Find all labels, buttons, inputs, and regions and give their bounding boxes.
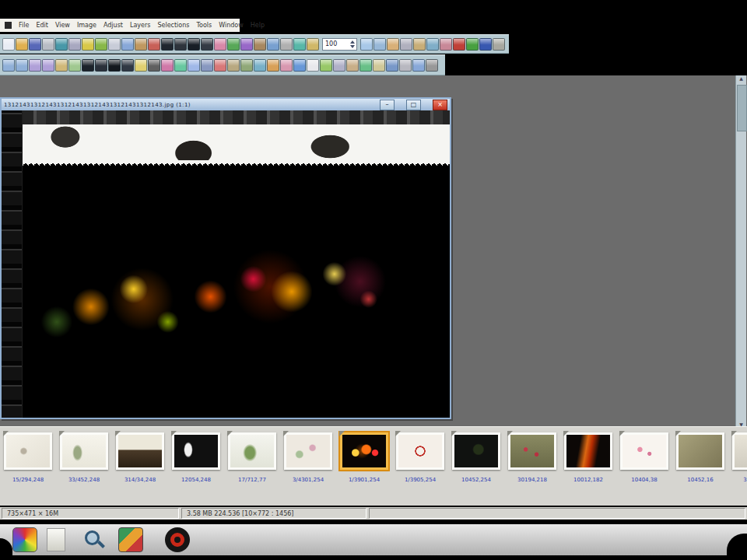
scroll-up-icon[interactable]: ▲ xyxy=(739,75,743,81)
document-icon[interactable] xyxy=(47,528,65,551)
photo-viewer-icon[interactable] xyxy=(118,527,143,552)
line-icon[interactable] xyxy=(333,59,345,72)
crop-icon[interactable] xyxy=(55,59,68,72)
paste-icon[interactable] xyxy=(135,38,147,51)
palette-icon[interactable] xyxy=(214,38,226,51)
mail-icon[interactable] xyxy=(373,59,385,72)
flip-icon[interactable] xyxy=(42,59,54,72)
pan-icon[interactable] xyxy=(387,38,399,51)
thumb-dark-icon[interactable] xyxy=(161,38,174,51)
snap-icon[interactable] xyxy=(426,38,439,51)
layers-icon[interactable] xyxy=(267,38,279,51)
color-manager-icon[interactable] xyxy=(12,527,37,552)
menu-item[interactable]: Selections xyxy=(157,22,189,29)
thumb2-dark-icon[interactable] xyxy=(95,59,107,72)
rotate-right-icon[interactable] xyxy=(16,59,28,72)
thumbnail-image[interactable] xyxy=(228,432,276,470)
thumbnail[interactable]: 30414,21 xyxy=(731,432,747,506)
shape-icon[interactable] xyxy=(320,59,332,72)
blur-icon[interactable] xyxy=(201,59,213,72)
swatch-red-icon[interactable] xyxy=(453,38,465,51)
menu-item[interactable]: View xyxy=(55,22,70,29)
thumbnail-image[interactable] xyxy=(4,432,52,470)
menu-item[interactable]: Window xyxy=(219,22,244,29)
document-titlebar[interactable]: 1312143131214313121431312143131214313121… xyxy=(2,99,450,110)
thumbnail[interactable]: 10452,16 xyxy=(675,432,725,506)
new-file-icon[interactable] xyxy=(2,38,15,51)
thumbnail[interactable]: 12054,248 xyxy=(171,432,221,506)
brightness-icon[interactable] xyxy=(135,59,147,72)
thumbnail-image[interactable] xyxy=(60,432,108,470)
thumbnail-image[interactable] xyxy=(340,432,388,470)
contrast-icon[interactable] xyxy=(148,59,160,72)
search-icon[interactable] xyxy=(82,528,106,551)
thumbnail[interactable]: 1/3901,254 xyxy=(339,432,389,506)
sharpen-icon[interactable] xyxy=(188,59,200,72)
chart-icon[interactable] xyxy=(359,59,372,72)
spinner-down-icon[interactable] xyxy=(350,45,355,48)
arrow-icon[interactable] xyxy=(346,59,359,72)
thumbnail-image[interactable] xyxy=(508,432,556,470)
thumbnail[interactable]: 10452,254 xyxy=(451,432,501,506)
thumbnail[interactable]: 314/34,248 xyxy=(115,432,165,506)
thumbnail[interactable]: 3/4301,254 xyxy=(283,432,333,506)
scan-icon[interactable] xyxy=(68,38,81,51)
ruler-icon[interactable] xyxy=(413,38,426,51)
thumbnail[interactable]: 10404,38 xyxy=(619,432,669,506)
thumbnail-image[interactable] xyxy=(564,432,612,470)
zoom-control[interactable]: 100 xyxy=(322,38,357,51)
zoom-in-icon[interactable] xyxy=(360,38,373,51)
save-icon[interactable] xyxy=(29,38,41,51)
options-icon[interactable] xyxy=(493,38,505,51)
thumbnail-image[interactable] xyxy=(396,432,444,470)
minimize-button[interactable]: – xyxy=(380,100,395,110)
settings-icon[interactable] xyxy=(426,59,438,72)
hue-icon[interactable] xyxy=(161,59,174,72)
menu-item[interactable]: Image xyxy=(77,22,96,29)
thumbnail[interactable]: 1/3905,254 xyxy=(395,432,445,506)
zoom-value[interactable]: 100 xyxy=(325,40,350,47)
spinner-up-icon[interactable] xyxy=(350,40,355,44)
menu-item[interactable]: File xyxy=(19,22,29,29)
web-icon[interactable] xyxy=(386,59,398,72)
red-eye-icon[interactable] xyxy=(214,59,226,72)
scrollbar-thumb[interactable] xyxy=(737,85,747,131)
menu-item[interactable]: Edit xyxy=(36,22,48,29)
grid-icon[interactable] xyxy=(400,38,412,51)
dropper-icon[interactable] xyxy=(440,38,452,51)
opera-browser-icon[interactable] xyxy=(165,527,190,552)
thumb4-dark-icon[interactable] xyxy=(121,59,134,72)
swatch-blue-icon[interactable] xyxy=(479,38,492,51)
resize-icon[interactable] xyxy=(68,59,81,72)
undo-icon[interactable] xyxy=(82,38,94,51)
redo-icon[interactable] xyxy=(95,38,107,51)
fill-icon[interactable] xyxy=(293,59,306,72)
thumbnail-image[interactable] xyxy=(116,432,164,470)
gradient-icon[interactable] xyxy=(227,38,240,51)
thumb3-dark-icon[interactable] xyxy=(108,59,121,72)
thumbnail-image[interactable] xyxy=(284,432,332,470)
open-folder-icon[interactable] xyxy=(16,38,28,51)
histogram-icon[interactable] xyxy=(293,38,306,51)
thumbnail[interactable]: 10012,182 xyxy=(563,432,613,506)
thumbnail[interactable]: 30194,218 xyxy=(507,432,557,506)
print-icon[interactable] xyxy=(42,38,54,51)
text-icon[interactable] xyxy=(307,59,319,72)
swatch-green-icon[interactable] xyxy=(466,38,479,51)
thumbnail-image[interactable] xyxy=(452,432,500,470)
pattern-icon[interactable] xyxy=(240,38,253,51)
menu-item[interactable]: Adjust xyxy=(103,22,123,29)
cut-icon[interactable] xyxy=(108,38,121,51)
thumbnail-image[interactable] xyxy=(620,432,668,470)
thumbnail[interactable]: 15/294,248 xyxy=(3,432,53,506)
thumbnail-image[interactable] xyxy=(732,432,747,470)
mirror-icon[interactable] xyxy=(29,59,41,72)
menu-item[interactable]: Layers xyxy=(130,22,150,29)
browse-icon[interactable] xyxy=(55,38,68,51)
thumbnail[interactable]: 17/712,77 xyxy=(227,432,277,506)
brush-icon[interactable] xyxy=(267,59,279,72)
rotate-left-icon[interactable] xyxy=(2,59,15,72)
delete-icon[interactable] xyxy=(148,38,160,51)
mask-icon[interactable] xyxy=(280,38,293,51)
zoom-out-icon[interactable] xyxy=(374,38,386,51)
